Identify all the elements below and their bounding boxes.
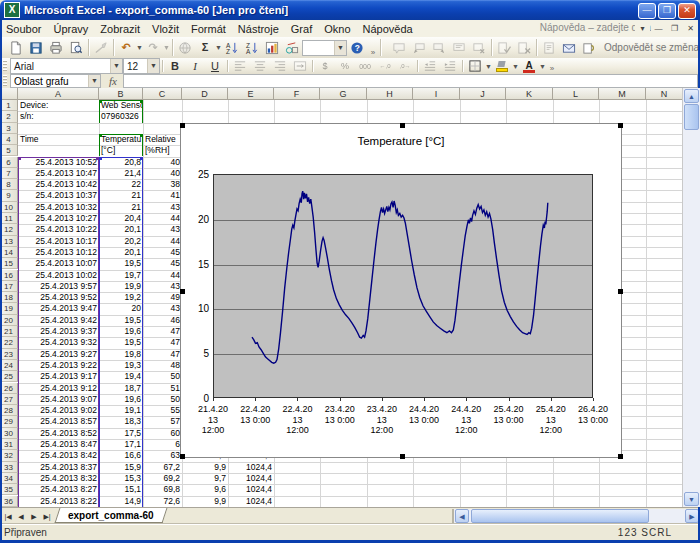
menu-formt[interactable]: Formát xyxy=(185,22,232,36)
cell[interactable]: 55 xyxy=(143,405,182,416)
row-header-27[interactable]: 27 xyxy=(0,394,18,405)
name-box[interactable]: Oblast grafu ▼ xyxy=(10,74,101,88)
cell[interactable]: 48 xyxy=(143,360,182,371)
cell[interactable]: 43 xyxy=(143,281,182,292)
chart-selection-handle[interactable] xyxy=(618,454,623,459)
rangefinder-handle[interactable] xyxy=(99,157,102,160)
cell[interactable]: 63 xyxy=(143,450,182,461)
vertical-scroll-thumb[interactable] xyxy=(684,104,699,130)
row-header-5[interactable]: 5 xyxy=(0,145,18,156)
column-header-A[interactable]: A xyxy=(18,88,99,100)
row-header-34[interactable]: 34 xyxy=(0,473,18,484)
row-header-30[interactable]: 30 xyxy=(0,428,18,439)
cell[interactable]: Time xyxy=(18,134,99,145)
font-color-icon[interactable]: A xyxy=(519,58,539,75)
borders-icon[interactable] xyxy=(465,58,485,75)
menu-vloit[interactable]: Vložit xyxy=(146,22,185,36)
cell[interactable]: 69,2 xyxy=(143,473,182,484)
rangefinder-handle[interactable] xyxy=(140,157,143,160)
cell[interactable]: 49 xyxy=(143,292,182,303)
autosum-icon[interactable]: Σ xyxy=(195,38,215,57)
drawing-icon[interactable] xyxy=(282,38,302,57)
vertical-scrollbar[interactable]: ▲▼ xyxy=(682,88,700,507)
sheet-tab[interactable]: export_comma-60 xyxy=(55,508,167,523)
row-header-36[interactable]: 36 xyxy=(0,496,18,507)
formula-input[interactable] xyxy=(123,74,698,88)
column-header-E[interactable]: E xyxy=(228,88,274,100)
help-icon[interactable]: ? xyxy=(347,38,367,57)
workbook-close-button[interactable]: ✕ xyxy=(683,22,698,36)
formatting-toolbar-options-chevron[interactable]: » xyxy=(547,59,557,73)
column-header-D[interactable]: D xyxy=(182,88,228,100)
cell[interactable]: 44 xyxy=(143,236,182,247)
workbook-restore-button[interactable]: ❐ xyxy=(667,22,682,36)
chart-wizard-icon[interactable] xyxy=(262,38,282,57)
rangefinder-handle[interactable] xyxy=(140,100,143,103)
cell[interactable]: 46 xyxy=(143,315,182,326)
row-header-22[interactable]: 22 xyxy=(0,337,18,348)
scroll-up-button[interactable]: ▲ xyxy=(684,89,699,103)
cell[interactable]: 1024,4 xyxy=(228,473,274,484)
close-button[interactable]: ✕ xyxy=(678,3,696,19)
menu-okno[interactable]: Okno xyxy=(318,22,356,36)
insert-function-icon[interactable]: fx xyxy=(101,75,123,87)
horizontal-scrollbar[interactable]: ◀ ▶ xyxy=(452,509,700,524)
rangefinder-handle[interactable] xyxy=(140,134,143,137)
last-sheet-button[interactable]: ▶| xyxy=(41,510,53,523)
chart-selection-handle[interactable] xyxy=(180,289,185,294)
cell[interactable]: 38 xyxy=(143,179,182,190)
chart-selection-handle[interactable] xyxy=(180,454,185,459)
row-header-26[interactable]: 26 xyxy=(0,383,18,394)
row-header-25[interactable]: 25 xyxy=(0,371,18,382)
row-header-3[interactable]: 3 xyxy=(0,123,18,134)
row-header-20[interactable]: 20 xyxy=(0,315,18,326)
column-header-N[interactable]: N xyxy=(646,88,683,100)
row-header-10[interactable]: 10 xyxy=(0,202,18,213)
row-header-2[interactable]: 2 xyxy=(0,111,18,122)
minimize-button[interactable]: — xyxy=(638,3,656,19)
font-size-combobox[interactable]: 12▼ xyxy=(123,58,160,74)
cell[interactable]: 47 xyxy=(143,349,182,360)
cell[interactable]: 43 xyxy=(143,303,182,314)
row-header-12[interactable]: 12 xyxy=(0,224,18,235)
row-header-8[interactable]: 8 xyxy=(0,179,18,190)
row-header-13[interactable]: 13 xyxy=(0,236,18,247)
row-header-4[interactable]: 4 xyxy=(0,134,18,145)
row-header-6[interactable]: 6 xyxy=(0,157,18,168)
cell[interactable]: 41 xyxy=(143,190,182,201)
cell[interactable]: 47 xyxy=(143,326,182,337)
cell[interactable]: 9,7 xyxy=(182,473,228,484)
cell[interactable]: 57 xyxy=(143,416,182,427)
cell[interactable]: [%RH] xyxy=(143,145,182,156)
column-header-C[interactable]: C xyxy=(143,88,182,100)
row-header-18[interactable]: 18 xyxy=(0,292,18,303)
rangefinder-handle[interactable] xyxy=(18,157,21,160)
cell[interactable]: 50 xyxy=(143,371,182,382)
first-sheet-button[interactable]: |◀ xyxy=(2,510,14,523)
column-header-M[interactable]: M xyxy=(599,88,646,100)
column-header-I[interactable]: I xyxy=(413,88,460,100)
next-sheet-button[interactable]: ▶ xyxy=(28,510,40,523)
undo-icon[interactable]: ↶ xyxy=(116,38,136,57)
cell[interactable]: 40 xyxy=(143,157,182,168)
fill-color-icon[interactable] xyxy=(492,58,512,75)
cell[interactable]: 44 xyxy=(143,213,182,224)
row-header-1[interactable]: 1 xyxy=(0,100,18,111)
row-header-28[interactable]: 28 xyxy=(0,405,18,416)
column-header-G[interactable]: G xyxy=(320,88,367,100)
save-icon[interactable] xyxy=(26,38,46,57)
print-preview-icon[interactable] xyxy=(66,38,86,57)
chart-selection-handle[interactable] xyxy=(180,123,185,128)
chart-selection-handle[interactable] xyxy=(400,123,405,128)
rangefinder-handle[interactable] xyxy=(99,100,102,103)
cell[interactable]: 45 xyxy=(143,247,182,258)
chart-selection-handle[interactable] xyxy=(400,454,405,459)
cell[interactable]: 47 xyxy=(143,337,182,348)
workbook-minimize-button[interactable]: — xyxy=(651,22,666,36)
menu-nstroje[interactable]: Nástroje xyxy=(232,22,285,36)
font-color-dropdown-icon[interactable]: ▼ xyxy=(539,63,546,70)
temperature-chart[interactable]: Temperature [°C]252015105021.4.201312:00… xyxy=(180,123,622,458)
undo-dropdown-icon[interactable]: ▼ xyxy=(136,44,143,51)
cell[interactable]: 43 xyxy=(143,224,182,235)
cell[interactable]: 6 xyxy=(143,439,182,450)
